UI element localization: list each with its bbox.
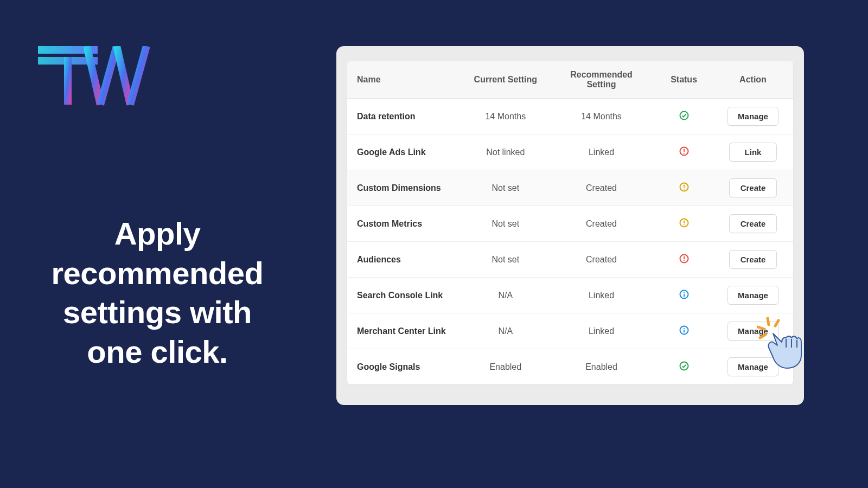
svg-point-20 xyxy=(684,328,685,329)
manage-button[interactable]: Manage xyxy=(727,357,778,376)
cell-current: Enabled xyxy=(463,349,548,385)
cell-status xyxy=(655,313,713,349)
cell-recommended: Created xyxy=(548,242,655,278)
link-button[interactable]: Link xyxy=(729,143,777,162)
table-row: AudiencesNot setCreatedCreate xyxy=(347,242,793,278)
cell-recommended: Created xyxy=(548,170,655,206)
cell-status xyxy=(655,99,713,134)
cell-status xyxy=(655,134,713,170)
table-row: Google SignalsEnabledEnabledManage xyxy=(347,349,793,385)
settings-panel: Name Current Setting Recommended Setting… xyxy=(336,46,804,405)
settings-table-container: Name Current Setting Recommended Setting… xyxy=(347,61,793,384)
svg-point-15 xyxy=(684,260,685,261)
cell-name: Custom Dimensions xyxy=(347,170,463,206)
table-row: Google Ads LinkNot linkedLinkedLink xyxy=(347,134,793,170)
cell-name: Google Ads Link xyxy=(347,134,463,170)
cell-current: N/A xyxy=(463,278,548,313)
cell-action: Link xyxy=(713,134,793,170)
error-icon xyxy=(679,253,690,264)
cell-action: Create xyxy=(713,206,793,242)
svg-point-9 xyxy=(684,188,685,189)
info-icon xyxy=(679,289,690,300)
settings-table: Name Current Setting Recommended Setting… xyxy=(347,61,793,384)
manage-button[interactable]: Manage xyxy=(727,107,778,126)
cell-current: Not linked xyxy=(463,134,548,170)
create-button[interactable]: Create xyxy=(729,178,777,197)
cell-name: Audiences xyxy=(347,242,463,278)
cell-recommended: 14 Months xyxy=(548,99,655,134)
svg-point-12 xyxy=(684,224,685,225)
cell-action: Manage xyxy=(713,313,793,349)
cell-name: Custom Metrics xyxy=(347,206,463,242)
cell-name: Data retention xyxy=(347,99,463,134)
info-icon xyxy=(679,325,690,336)
cell-current: Not set xyxy=(463,242,548,278)
table-row: Merchant Center LinkN/ALinkedManage xyxy=(347,313,793,349)
cell-current: N/A xyxy=(463,313,548,349)
cell-current: Not set xyxy=(463,206,548,242)
manage-button[interactable]: Manage xyxy=(727,322,778,341)
cell-recommended: Linked xyxy=(548,134,655,170)
svg-point-17 xyxy=(684,292,685,293)
cell-name: Google Signals xyxy=(347,349,463,385)
header-name: Name xyxy=(347,61,463,99)
cell-recommended: Linked xyxy=(548,313,655,349)
cell-status xyxy=(655,242,713,278)
svg-point-6 xyxy=(684,152,685,153)
table-row: Search Console LinkN/ALinkedManage xyxy=(347,278,793,313)
cell-recommended: Created xyxy=(548,206,655,242)
header-action: Action xyxy=(713,61,793,99)
brand-logo xyxy=(38,46,152,108)
cell-action: Create xyxy=(713,242,793,278)
header-recommended: Recommended Setting xyxy=(548,61,655,99)
cell-recommended: Enabled xyxy=(548,349,655,385)
error-icon xyxy=(679,146,690,157)
svg-rect-2 xyxy=(64,57,72,105)
cell-recommended: Linked xyxy=(548,278,655,313)
header-status: Status xyxy=(655,61,713,99)
cell-current: 14 Months xyxy=(463,99,548,134)
cell-action: Manage xyxy=(713,99,793,134)
warning-icon xyxy=(679,217,690,228)
cell-name: Merchant Center Link xyxy=(347,313,463,349)
success-icon xyxy=(679,361,690,371)
cell-action: Manage xyxy=(713,278,793,313)
table-row: Data retention14 Months14 MonthsManage xyxy=(347,99,793,134)
table-row: Custom DimensionsNot setCreatedCreate xyxy=(347,170,793,206)
cell-status xyxy=(655,206,713,242)
cell-status xyxy=(655,278,713,313)
header-current: Current Setting xyxy=(463,61,548,99)
headline-text: Apply recommended settings with one clic… xyxy=(43,214,271,371)
cell-action: Create xyxy=(713,170,793,206)
cell-name: Search Console Link xyxy=(347,278,463,313)
create-button[interactable]: Create xyxy=(729,214,777,233)
create-button[interactable]: Create xyxy=(729,250,777,269)
success-icon xyxy=(679,110,690,121)
table-row: Custom MetricsNot setCreatedCreate xyxy=(347,206,793,242)
cell-status xyxy=(655,349,713,385)
cell-action: Manage xyxy=(713,349,793,385)
cell-status xyxy=(655,170,713,206)
cell-current: Not set xyxy=(463,170,548,206)
manage-button[interactable]: Manage xyxy=(727,286,778,305)
warning-icon xyxy=(679,182,690,192)
